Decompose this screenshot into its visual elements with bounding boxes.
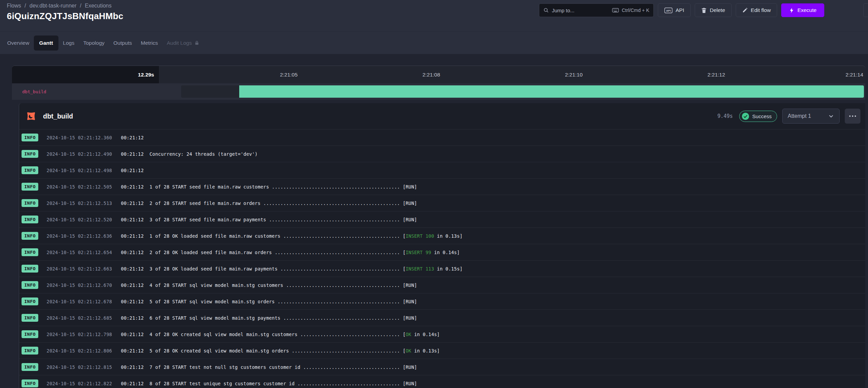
log-timestamp: 2024-10-15 02:21:12.490 — [46, 151, 112, 157]
log-row: INFO 2024-10-15 02:21:12.685 00:21:12 6 … — [19, 309, 865, 326]
log-clock: 00:21:12 — [121, 200, 144, 206]
task-name: dbt_build — [43, 112, 73, 120]
log-clock: 00:21:12 — [121, 332, 144, 337]
log-message: 2 of 28 OK loaded seed file main.raw_ord… — [149, 250, 460, 255]
task-card-dbt-build: dbt_build 9.49s Success Attempt 1 — [19, 103, 865, 388]
breadcrumb: Flows / dev.dbt-task-runner / Executions — [7, 3, 112, 9]
log-timestamp: 2024-10-15 02:21:12.636 — [46, 233, 112, 239]
search-icon — [543, 8, 549, 13]
task-menu-button[interactable] — [845, 109, 860, 124]
gantt-bar-success[interactable] — [239, 85, 864, 98]
lightning-bolt-icon — [789, 8, 794, 13]
log-level-badge: INFO — [22, 347, 38, 355]
help-button[interactable]: ? — [863, 3, 868, 17]
log-timestamp: 2024-10-15 02:21:12.806 — [46, 348, 112, 354]
log-row: INFO 2024-10-15 02:21:12.798 00:21:12 4 … — [19, 326, 865, 342]
api-button[interactable]: API API — [658, 3, 691, 17]
log-clock: 00:21:12 — [121, 217, 144, 222]
log-row: INFO 2024-10-15 02:21:12.678 00:21:12 5 … — [19, 293, 865, 309]
log-level-badge: INFO — [22, 199, 38, 207]
log-timestamp: 2024-10-15 02:21:12.678 — [46, 299, 112, 304]
log-timestamp: 2024-10-15 02:21:12.685 — [46, 315, 112, 321]
timeline-tick: 2:21:12 — [707, 66, 725, 84]
log-level-badge: INFO — [22, 216, 38, 223]
log-clock: 00:21:12 — [121, 151, 144, 157]
breadcrumb-separator: / — [25, 3, 26, 9]
log-row: INFO 2024-10-15 02:21:12.670 00:21:12 4 … — [19, 277, 865, 293]
log-row: INFO 2024-10-15 02:21:12.360 00:21:12 — [19, 129, 865, 146]
log-clock: 00:21:12 — [121, 381, 144, 386]
keyboard-shortcut-hint: Ctrl/Cmd + K — [612, 8, 649, 13]
log-level-badge: INFO — [22, 166, 38, 174]
log-timestamp: 2024-10-15 02:21:12.798 — [46, 332, 112, 337]
tab-overview[interactable]: Overview — [3, 36, 34, 51]
log-level-badge: INFO — [22, 330, 38, 338]
breadcrumb-flows[interactable]: Flows — [7, 3, 21, 9]
gantt-bar-created[interactable] — [181, 85, 239, 98]
svg-text:API: API — [666, 9, 670, 12]
tab-bar: Overview Gantt Logs Topology Outputs Met… — [0, 31, 868, 54]
log-clock: 00:21:12 — [121, 250, 144, 255]
search-input[interactable] — [552, 8, 593, 13]
log-clock: 00:21:12 — [121, 233, 144, 239]
log-timestamp: 2024-10-15 02:21:12.822 — [46, 381, 112, 386]
log-status-highlight: OK — [406, 348, 411, 354]
attempt-dropdown-label: Attempt 1 — [788, 113, 811, 119]
gantt-task-label: dbt_build — [22, 89, 46, 94]
log-message: 3 of 28 START seed file main.raw_payment… — [149, 217, 417, 222]
breadcrumb-flow-id[interactable]: dev.dbt-task-runner — [29, 3, 77, 9]
delete-button[interactable]: Delete — [695, 3, 732, 17]
log-row: INFO 2024-10-15 02:21:12.663 00:21:12 3 … — [19, 260, 865, 277]
log-row: INFO 2024-10-15 02:21:12.654 00:21:12 2 … — [19, 244, 865, 260]
shortcut-label: Ctrl/Cmd + K — [622, 8, 649, 13]
gantt-view: 12.29s 2:21:05 2:21:08 2:21:10 2:21:12 2… — [0, 54, 868, 388]
log-row: INFO 2024-10-15 02:21:12.806 00:21:12 5 … — [19, 342, 865, 359]
api-icon: API — [664, 8, 673, 13]
log-message: 8 of 28 START test unique_stg_customers_… — [149, 381, 417, 386]
log-list: INFO 2024-10-15 02:21:12.360 00:21:12 IN… — [19, 129, 865, 388]
tab-logs[interactable]: Logs — [58, 36, 79, 51]
log-timestamp: 2024-10-15 02:21:12.815 — [46, 364, 112, 370]
timeline-tick: 2:21:05 — [280, 66, 298, 84]
log-clock: 00:21:12 — [121, 299, 144, 304]
log-status-highlight: INSERT 113 — [406, 266, 434, 272]
execute-button-label: Execute — [797, 7, 816, 13]
log-level-badge: INFO — [22, 150, 38, 158]
timeline-tick: 2:21:14 — [845, 66, 863, 84]
tab-metrics[interactable]: Metrics — [136, 36, 162, 51]
attempt-dropdown[interactable]: Attempt 1 — [782, 109, 840, 124]
trash-icon — [701, 8, 707, 13]
log-clock: 00:21:12 — [121, 168, 144, 173]
task-card-header: dbt_build 9.49s Success Attempt 1 — [19, 103, 865, 129]
delete-button-label: Delete — [710, 7, 725, 13]
log-message: 1 of 28 OK loaded seed file main.raw_cus… — [149, 233, 462, 239]
edit-flow-button[interactable]: Edit flow — [736, 3, 777, 17]
log-timestamp: 2024-10-15 02:21:12.360 — [46, 135, 112, 140]
breadcrumb-executions[interactable]: Executions — [85, 3, 111, 9]
api-button-label: API — [676, 7, 684, 13]
log-level-badge: INFO — [22, 363, 38, 371]
timeline-tick: 2:21:10 — [565, 66, 583, 84]
log-row: INFO 2024-10-15 02:21:12.490 00:21:12 Co… — [19, 146, 865, 162]
header-actions: Ctrl/Cmd + K API API Delete — [539, 3, 824, 17]
log-level-badge: INFO — [22, 134, 38, 141]
tab-outputs[interactable]: Outputs — [109, 36, 136, 51]
execute-button[interactable]: Execute — [781, 3, 824, 17]
ellipsis-icon — [849, 115, 851, 117]
gantt-panel: 12.29s 2:21:05 2:21:08 2:21:10 2:21:12 2… — [12, 66, 865, 100]
log-timestamp: 2024-10-15 02:21:12.520 — [46, 217, 112, 222]
page-header: Flows / dev.dbt-task-runner / Executions… — [0, 0, 868, 54]
dbt-logo-icon — [25, 110, 38, 123]
log-level-badge: INFO — [22, 379, 38, 387]
tab-topology[interactable]: Topology — [79, 36, 109, 51]
gantt-row-dbt-build[interactable]: dbt_build — [12, 83, 865, 100]
tab-gantt[interactable]: Gantt — [34, 36, 58, 51]
jump-to-search[interactable]: Ctrl/Cmd + K — [539, 3, 654, 17]
log-row: INFO 2024-10-15 02:21:12.513 00:21:12 2 … — [19, 195, 865, 211]
log-level-badge: INFO — [22, 281, 38, 289]
log-clock: 00:21:12 — [121, 135, 144, 140]
page-title: 6iQuiznZQJTJsBNfqaHMbc — [7, 11, 123, 22]
kestra-execution-page: Flows / dev.dbt-task-runner / Executions… — [0, 0, 868, 388]
pencil-icon — [742, 8, 748, 13]
lock-icon — [194, 40, 199, 45]
